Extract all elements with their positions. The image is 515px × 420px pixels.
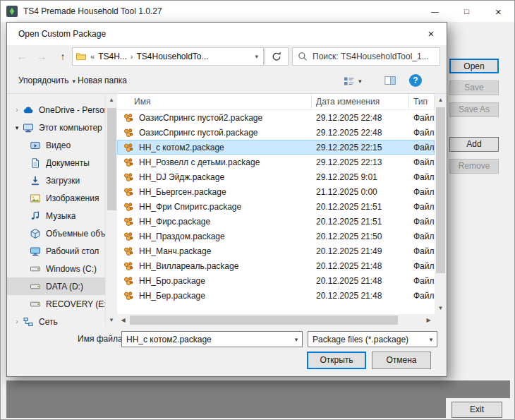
chevron-down-icon[interactable]: ▾ bbox=[291, 336, 302, 343]
remove-button[interactable]: Remove bbox=[449, 159, 499, 174]
file-row[interactable]: НН_Виллареаль.package 20.12.2025 21:48 Ф… bbox=[117, 258, 435, 273]
filename-input[interactable] bbox=[122, 335, 291, 344]
file-date-modified: 29.12.2025 22:15 bbox=[312, 143, 409, 152]
column-header-name[interactable]: Имя bbox=[117, 94, 312, 109]
file-row[interactable]: НН_DJ Эйдж.package 29.12.2025 9:01 Файл bbox=[117, 169, 435, 184]
scrollbar-thumb[interactable] bbox=[107, 108, 116, 210]
sidebar-item[interactable]: Windows (C:) bbox=[7, 260, 105, 277]
package-file-icon bbox=[123, 172, 134, 183]
file-name: НН_Фирс.package bbox=[139, 217, 210, 227]
sidebar-item[interactable]: Музыка bbox=[7, 207, 105, 224]
file-row[interactable]: НН_Праздом.package 20.12.2025 21:50 Файл bbox=[117, 229, 435, 244]
breadcrumb-overflow-icon[interactable]: « bbox=[90, 52, 95, 61]
file-row[interactable]: НН_Бер.package 20.12.2025 21:48 Файл bbox=[117, 288, 435, 303]
file-row[interactable]: НН_Бьергсен.package 21.12.2025 0:00 Файл bbox=[117, 184, 435, 199]
sidebar-item[interactable]: Изображения bbox=[7, 189, 105, 207]
dialog-cancel-button[interactable]: Отмена bbox=[372, 352, 431, 369]
up-button[interactable]: ↑ bbox=[54, 48, 72, 65]
search-input[interactable] bbox=[313, 52, 435, 61]
add-button[interactable]: Add bbox=[449, 137, 499, 152]
exit-button[interactable]: Exit bbox=[452, 402, 502, 418]
address-bar[interactable]: « TS4H... › TS4HouseholdTo... ▾ bbox=[72, 47, 264, 66]
scrollbar-thumb[interactable] bbox=[130, 316, 398, 325]
preview-pane-button[interactable] bbox=[384, 75, 396, 88]
folder-icon bbox=[75, 51, 87, 62]
app-title: TS4 Premade Household Tool 1.0.27 bbox=[23, 6, 162, 16]
file-list-header: Имя Дата изменения Тип bbox=[117, 94, 435, 110]
sidebar-item[interactable]: Рабочий стол bbox=[7, 242, 105, 260]
sidebar-item[interactable]: ▾ Этот компьютер bbox=[7, 119, 105, 136]
sidebar-item[interactable]: RECOVERY (E:) bbox=[7, 295, 105, 313]
breadcrumb-separator-icon[interactable]: › bbox=[131, 52, 133, 61]
expander-icon[interactable]: › bbox=[13, 318, 21, 325]
dialog-open-button[interactable]: Открыть bbox=[307, 352, 366, 369]
sidebar-item[interactable]: Документы bbox=[7, 154, 105, 172]
forward-button[interactable]: → bbox=[32, 48, 51, 65]
sidebar-item-label: DATA (D:) bbox=[46, 282, 83, 292]
sidebar-item-label: Рабочий стол bbox=[46, 246, 99, 256]
scroll-down-icon[interactable]: ▼ bbox=[435, 302, 447, 314]
file-type: Файл bbox=[409, 143, 435, 152]
app-window: TS4 Premade Household Tool 1.0.27 — □ × … bbox=[0, 0, 515, 420]
sidebar-item-label: Windows (C:) bbox=[46, 264, 97, 274]
file-row[interactable]: НН_Фри Спиритс.package 20.12.2025 21:51 … bbox=[117, 199, 435, 214]
expander-icon[interactable]: › bbox=[13, 106, 21, 114]
chevron-down-icon[interactable]: ▾ bbox=[425, 336, 437, 343]
maximize-button[interactable]: □ bbox=[451, 1, 483, 22]
file-row[interactable]: НН_Фирс.package 20.12.2025 21:51 Файл bbox=[117, 214, 435, 229]
package-file-icon bbox=[123, 142, 134, 153]
search-box[interactable] bbox=[292, 47, 440, 66]
file-list-horizontal-scrollbar[interactable]: ◀ ▶ bbox=[117, 314, 435, 326]
file-row[interactable]: НН_с котом2.package 29.12.2025 22:15 Фай… bbox=[117, 140, 435, 155]
expander-icon[interactable]: ▾ bbox=[13, 124, 21, 131]
sidebar-item[interactable]: › OneDrive - Person... bbox=[7, 101, 105, 119]
open-button[interactable]: Open bbox=[449, 59, 499, 73]
column-header-type[interactable]: Тип bbox=[409, 94, 435, 109]
filetype-combobox[interactable]: Package files (*.package) ▾ bbox=[308, 331, 437, 347]
package-file-icon bbox=[123, 216, 134, 227]
breadcrumb-segment[interactable]: TS4H... bbox=[98, 52, 127, 61]
scrollbar-thumb[interactable] bbox=[436, 107, 445, 273]
sidebar-item[interactable]: Видео bbox=[7, 136, 105, 154]
sidebar-scrollbar[interactable]: ▲ ▼ bbox=[105, 94, 117, 326]
file-name: НН_с котом2.package bbox=[139, 143, 224, 152]
file-list-vertical-scrollbar[interactable]: ▲ ▼ bbox=[435, 94, 447, 314]
back-button[interactable]: ← bbox=[13, 48, 31, 65]
filename-combobox[interactable]: ▾ bbox=[121, 331, 303, 347]
save-as-button[interactable]: Save As bbox=[449, 102, 499, 117]
scroll-right-icon[interactable]: ▶ bbox=[423, 314, 435, 326]
file-row[interactable]: ОазисСпрингс пустой.package 29.12.2025 2… bbox=[117, 125, 435, 140]
package-file-icon bbox=[123, 290, 134, 301]
file-row[interactable]: НН_Бро.package 20.12.2025 21:48 Файл bbox=[117, 273, 435, 288]
scroll-up-icon[interactable]: ▲ bbox=[106, 94, 117, 106]
address-dropdown-icon[interactable]: ▾ bbox=[253, 53, 260, 60]
file-type: Файл bbox=[409, 128, 435, 138]
sidebar-item[interactable]: DATA (D:) bbox=[7, 277, 105, 295]
desktop-icon bbox=[30, 246, 41, 257]
file-date-modified: 29.12.2025 22:48 bbox=[312, 128, 409, 138]
scroll-left-icon[interactable]: ◀ bbox=[117, 314, 129, 326]
scroll-down-icon[interactable]: ▼ bbox=[106, 314, 117, 326]
sidebar-item[interactable]: Загрузки bbox=[7, 172, 105, 189]
new-folder-button[interactable]: Новая папка bbox=[78, 68, 127, 93]
file-row[interactable]: ОазисСпрингс пустой2.package 29.12.2025 … bbox=[117, 110, 435, 125]
file-row[interactable]: НН_Розвелл с детьми.package 29.12.2025 2… bbox=[117, 155, 435, 169]
scroll-up-icon[interactable]: ▲ bbox=[435, 94, 447, 106]
file-row[interactable]: НН_Манч.package 20.12.2025 21:49 Файл bbox=[117, 244, 435, 258]
file-type: Файл bbox=[409, 217, 435, 227]
refresh-button[interactable] bbox=[265, 47, 289, 66]
minimize-button[interactable]: — bbox=[419, 1, 451, 22]
sidebar-item[interactable]: › Сеть bbox=[7, 313, 105, 326]
sidebar-item[interactable]: Объемные объ... bbox=[7, 224, 105, 242]
file-type: Файл bbox=[409, 276, 435, 286]
dialog-close-button[interactable]: × bbox=[416, 23, 447, 45]
file-name: НН_Праздом.package bbox=[139, 232, 225, 241]
breadcrumb-segment[interactable]: TS4HouseholdTo... bbox=[136, 52, 208, 61]
save-button[interactable]: Save bbox=[449, 80, 499, 95]
column-header-date[interactable]: Дата изменения bbox=[312, 94, 409, 109]
package-file-icon bbox=[123, 260, 134, 272]
help-button[interactable]: ? bbox=[409, 74, 422, 87]
close-button[interactable]: × bbox=[483, 1, 514, 22]
change-view-button[interactable]: ▾ bbox=[344, 75, 362, 87]
organize-menu-button[interactable]: Упорядочить▾ bbox=[18, 68, 75, 93]
